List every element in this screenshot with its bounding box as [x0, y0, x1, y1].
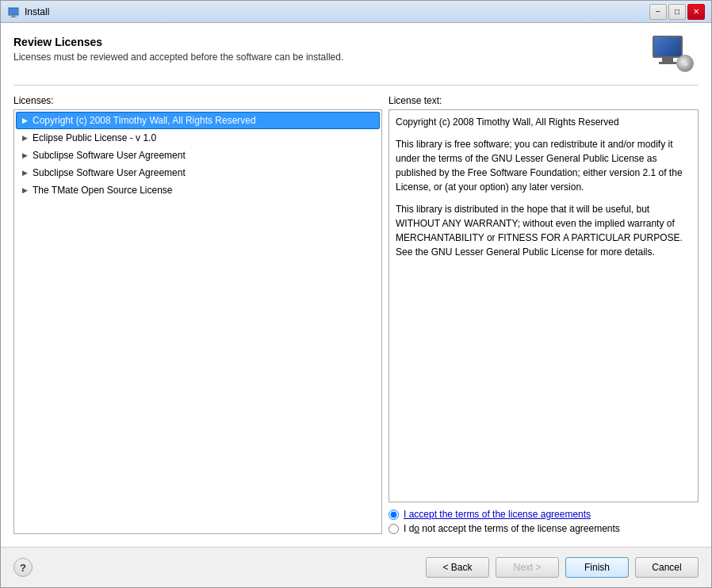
svg-rect-2 [10, 17, 17, 17]
computer-cd-icon [653, 36, 697, 75]
back-button[interactable]: < Back [426, 557, 489, 578]
accept-option[interactable]: I accept the terms of the license agreem… [389, 509, 699, 520]
page-subtitle: Licenses must be reviewed and accepted b… [13, 52, 651, 63]
monitor-base [659, 62, 676, 64]
license-para-2: This library is free software; you can r… [396, 137, 691, 194]
decline-radio[interactable] [389, 524, 399, 534]
close-button[interactable]: ✕ [687, 4, 705, 20]
install-window: Install − □ ✕ Review Licenses Licenses m… [0, 0, 712, 588]
window-icon [7, 6, 20, 18]
license-para-3: This library is distributed in the hope … [396, 202, 691, 259]
cd-hole [683, 62, 687, 66]
license-text-content: Copyright (c) 2008 Timothy Wall, All Rig… [389, 109, 699, 502]
acceptance-section: I accept the terms of the license agreem… [389, 509, 699, 534]
header-icon [651, 36, 699, 75]
license-item-3[interactable]: ▶ Subclipse Software User Agreement [16, 147, 380, 164]
next-button[interactable]: Next > [496, 557, 559, 578]
header-text: Review Licenses Licenses must be reviewe… [13, 36, 651, 63]
license-item-text-4: Subclipse Software User Agreement [33, 167, 186, 178]
license-item-1[interactable]: ▶ Copyright (c) 2008 Timothy Wall, All R… [16, 112, 380, 129]
content-area: Review Licenses Licenses must be reviewe… [1, 23, 711, 547]
license-para-1: Copyright (c) 2008 Timothy Wall, All Rig… [396, 115, 691, 129]
finish-button[interactable]: Finish [565, 557, 629, 578]
license-item-text-2: Eclipse Public License - v 1.0 [33, 132, 156, 143]
footer-area: ? < Back Next > Finish Cancel [1, 547, 711, 587]
window-controls: − □ ✕ [649, 4, 705, 20]
license-item-2[interactable]: ▶ Eclipse Public License - v 1.0 [16, 129, 380, 147]
svg-rect-1 [12, 15, 15, 17]
licenses-list[interactable]: ▶ Copyright (c) 2008 Timothy Wall, All R… [13, 109, 382, 534]
header-section: Review Licenses Licenses must be reviewe… [13, 36, 699, 75]
svg-rect-0 [9, 8, 18, 15]
right-panel: License text: Copyright (c) 2008 Timothy… [389, 95, 699, 534]
left-panel: Licenses: ▶ Copyright (c) 2008 Timothy W… [13, 95, 382, 534]
expand-arrow-2: ▶ [20, 133, 29, 143]
monitor-shape [653, 36, 683, 58]
expand-arrow-4: ▶ [20, 168, 29, 178]
license-item-text-3: Subclipse Software User Agreement [33, 150, 186, 161]
title-bar: Install − □ ✕ [1, 1, 711, 23]
window-title: Install [25, 6, 649, 17]
cd-disc [676, 55, 694, 72]
decline-option[interactable]: I do not accept the terms of the license… [389, 523, 699, 534]
accept-label: I accept the terms of the license agreem… [404, 509, 591, 520]
license-item-text-1: Copyright (c) 2008 Timothy Wall, All Rig… [33, 115, 256, 126]
help-button[interactable]: ? [13, 558, 33, 577]
footer-left: ? [13, 558, 33, 577]
licenses-label: Licenses: [13, 95, 382, 106]
license-text-label: License text: [389, 95, 699, 106]
decline-label: I do not accept the terms of the license… [404, 523, 620, 534]
expand-arrow-5: ▶ [20, 185, 29, 195]
minimize-button[interactable]: − [649, 4, 667, 20]
footer-buttons: < Back Next > Finish Cancel [426, 557, 699, 578]
license-item-text-5: The TMate Open Source License [33, 185, 173, 196]
accept-radio[interactable] [389, 510, 399, 520]
expand-arrow-3: ▶ [20, 151, 29, 160]
license-item-4[interactable]: ▶ Subclipse Software User Agreement [16, 164, 380, 181]
page-title: Review Licenses [13, 36, 651, 48]
decline-label-underline: o [414, 523, 419, 534]
expand-arrow-1: ▶ [20, 116, 29, 125]
maximize-button[interactable]: □ [668, 4, 686, 20]
header-divider [13, 85, 699, 86]
panels-container: Licenses: ▶ Copyright (c) 2008 Timothy W… [13, 95, 699, 534]
license-item-5[interactable]: ▶ The TMate Open Source License [16, 181, 380, 199]
cancel-button[interactable]: Cancel [635, 557, 699, 578]
